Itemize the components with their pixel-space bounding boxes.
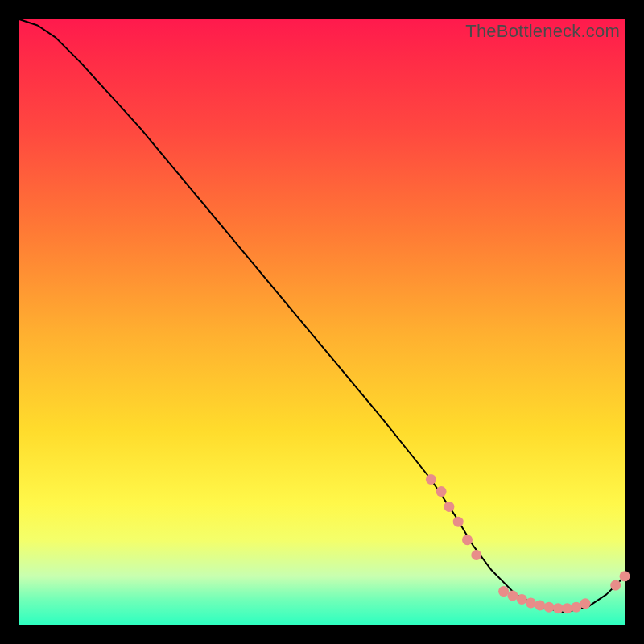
data-marker	[453, 517, 464, 527]
data-marker	[562, 603, 572, 613]
data-marker	[535, 600, 545, 610]
data-marker	[526, 597, 536, 608]
chart-svg	[19, 19, 625, 625]
data-marker	[444, 502, 454, 512]
chart-frame: TheBottleneck.com	[19, 19, 625, 625]
data-marker	[620, 571, 630, 581]
data-marker	[553, 603, 564, 613]
bottleneck-curve	[19, 19, 625, 613]
data-marker	[471, 550, 481, 560]
data-marker	[507, 590, 518, 601]
data-marker	[462, 535, 473, 545]
marker-group	[426, 474, 630, 613]
data-marker	[544, 602, 555, 613]
data-marker	[498, 586, 509, 597]
data-marker	[517, 594, 527, 605]
data-marker	[610, 580, 621, 591]
data-marker	[580, 598, 591, 609]
data-marker	[426, 474, 436, 485]
data-marker	[436, 486, 447, 497]
data-marker	[571, 602, 581, 613]
